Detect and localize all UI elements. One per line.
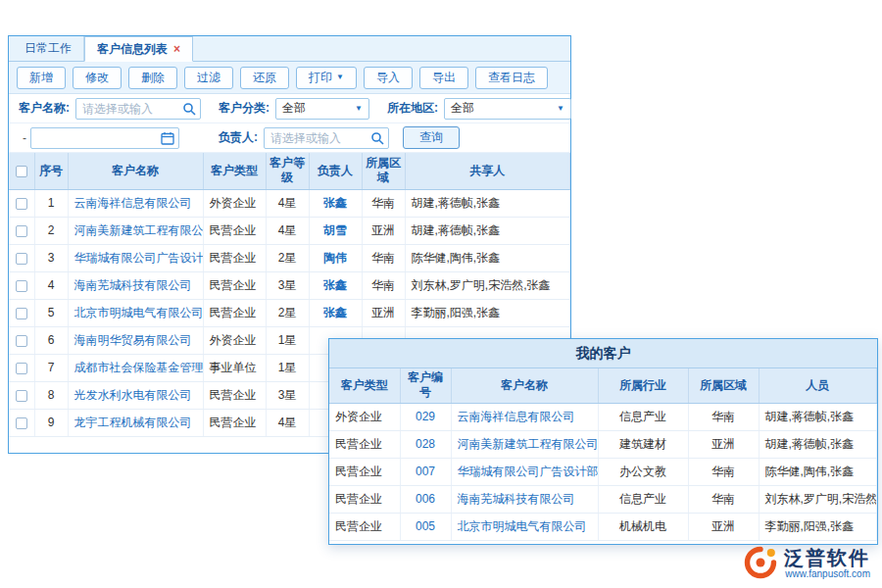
date-input[interactable] <box>31 128 178 148</box>
customer-name-link[interactable]: 海南明华贸易有限公司 <box>68 326 203 354</box>
cell-region: 华南 <box>688 403 759 430</box>
cell-owner[interactable]: 胡雪 <box>309 217 362 244</box>
customer-name-field[interactable] <box>75 98 201 120</box>
customer-name-link[interactable]: 云南海祥信息有限公司 <box>451 403 598 430</box>
customer-name-link[interactable]: 龙宇工程机械有限公司 <box>68 409 203 436</box>
导出-button[interactable]: 导出 <box>419 67 468 89</box>
cell-num: 8 <box>34 381 68 409</box>
cell-type: 民营企业 <box>203 409 266 436</box>
calendar-icon[interactable] <box>161 131 174 145</box>
table-row[interactable]: 2河南美新建筑工程有限公司民营企业4星胡雪亚洲胡建,蒋德帧,张鑫 <box>9 217 570 244</box>
过滤-button[interactable]: 过滤 <box>184 67 233 89</box>
tab-客户信息列表[interactable]: 客户信息列表× <box>84 36 193 62</box>
table-row[interactable]: 民营企业006海南芜城科技有限公司信息产业华南刘东林,罗广明,宋浩然,张鑫 <box>329 485 877 513</box>
cell-type: 民营企业 <box>329 513 400 540</box>
cell-type: 民营企业 <box>203 271 266 299</box>
customer-name-link[interactable]: 河南美新建筑工程有限公司 <box>451 430 598 458</box>
customer-name-link[interactable]: 华瑞城有限公司广告设计部 <box>451 458 598 485</box>
search-icon[interactable] <box>182 102 196 116</box>
table-row[interactable]: 4海南芜城科技有限公司民营企业3星张鑫华南刘东林,罗广明,宋浩然,张鑫 <box>9 271 570 299</box>
button-label: 还原 <box>253 70 276 86</box>
row-checkbox[interactable] <box>16 225 27 237</box>
row-checkbox[interactable] <box>16 253 27 265</box>
category-select[interactable]: 全部 ▼ <box>275 98 369 120</box>
customer-code-link[interactable]: 007 <box>400 458 451 485</box>
customer-code-link[interactable]: 028 <box>400 430 451 458</box>
cell-people: 胡建,蒋德帧,张鑫 <box>759 403 877 430</box>
customer-name-link[interactable]: 云南海祥信息有限公司 <box>68 189 203 217</box>
cell-industry: 信息产业 <box>598 485 688 513</box>
customer-code-link[interactable]: 029 <box>400 403 451 430</box>
customer-name-link[interactable]: 成都市社会保险基金管理... <box>68 354 203 381</box>
删除-button[interactable]: 删除 <box>128 67 177 89</box>
table-row[interactable]: 民营企业005北京市明城电气有限公司机械机电亚洲李勤丽,阳强,张鑫 <box>329 513 877 540</box>
row-checkbox[interactable] <box>16 280 27 292</box>
row-checkbox[interactable] <box>16 390 27 402</box>
customer-name-link[interactable]: 光发水利水电有限公司 <box>68 381 203 409</box>
导入-button[interactable]: 导入 <box>364 67 413 89</box>
cell-people: 刘东林,罗广明,宋浩然,张鑫 <box>759 485 877 513</box>
cell-type: 民营企业 <box>203 217 266 244</box>
cell-owner[interactable]: 张鑫 <box>309 299 362 326</box>
cell-owner[interactable]: 陶伟 <box>309 244 362 271</box>
customer-name-link[interactable]: 海南芜城科技有限公司 <box>68 271 203 299</box>
cell-people: 李勤丽,阳强,张鑫 <box>759 513 877 540</box>
column-header: 客户等级 <box>266 153 309 189</box>
cell-level: 3星 <box>266 381 309 409</box>
column-header: 人员 <box>759 368 877 403</box>
customer-name-link[interactable]: 海南芜城科技有限公司 <box>451 485 598 513</box>
checkbox-cell <box>9 271 34 299</box>
新增-button[interactable]: 新增 <box>17 67 66 89</box>
row-checkbox[interactable] <box>16 198 27 210</box>
cell-level: 3星 <box>266 271 309 299</box>
cell-region: 亚洲 <box>362 217 405 244</box>
customer-name-link[interactable]: 北京市明城电气有限公司 <box>451 513 598 540</box>
table-row[interactable]: 1云南海祥信息有限公司外资企业4星张鑫华南胡建,蒋德帧,张鑫 <box>9 189 570 217</box>
修改-button[interactable]: 修改 <box>73 67 122 89</box>
my-customers-table: 客户类型客户编号客户名称所属行业所属区域人员 外资企业029云南海祥信息有限公司… <box>329 368 877 541</box>
column-header: 所属区域 <box>688 368 759 403</box>
select-all-checkbox[interactable] <box>16 166 27 177</box>
cell-owner[interactable]: 张鑫 <box>309 189 362 217</box>
column-header: 共享人 <box>405 153 570 189</box>
date-range-dash: - <box>23 131 26 145</box>
cell-level: 1星 <box>266 354 309 381</box>
date-field[interactable] <box>30 127 179 149</box>
cell-region: 华南 <box>688 458 759 485</box>
table-row[interactable]: 外资企业029云南海祥信息有限公司信息产业华南胡建,蒋德帧,张鑫 <box>329 403 877 430</box>
button-label: 新增 <box>29 70 53 86</box>
close-icon[interactable]: × <box>173 43 180 55</box>
customer-name-link[interactable]: 北京市明城电气有限公司 <box>68 299 203 326</box>
cell-industry: 机械机电 <box>598 513 688 540</box>
category-value: 全部 <box>282 100 306 117</box>
row-checkbox[interactable] <box>16 363 27 374</box>
还原-button[interactable]: 还原 <box>240 67 289 89</box>
table-row[interactable]: 民营企业028河南美新建筑工程有限公司建筑建材亚洲胡建,蒋德帧,张鑫 <box>329 430 877 458</box>
customer-name-link[interactable]: 河南美新建筑工程有限公司 <box>68 217 203 244</box>
cell-num: 2 <box>34 217 68 244</box>
owner-field[interactable] <box>264 127 389 149</box>
table-row[interactable]: 5北京市明城电气有限公司民营企业2星张鑫亚洲李勤丽,阳强,张鑫 <box>9 299 570 326</box>
customer-name-link[interactable]: 华瑞城有限公司广告设计部 <box>68 244 203 271</box>
region-select[interactable]: 全部 ▼ <box>444 98 571 120</box>
cell-num: 7 <box>34 354 68 381</box>
chevron-down-icon: ▼ <box>557 105 564 113</box>
cell-owner[interactable]: 张鑫 <box>309 271 362 299</box>
customer-code-link[interactable]: 005 <box>400 513 451 540</box>
row-checkbox[interactable] <box>16 308 27 319</box>
打印-button[interactable]: 打印▼ <box>296 67 357 89</box>
cell-region: 亚洲 <box>362 299 405 326</box>
table-row[interactable]: 3华瑞城有限公司广告设计部民营企业2星陶伟华南陈华健,陶伟,张鑫 <box>9 244 570 271</box>
cell-num: 1 <box>34 189 68 217</box>
customer-code-link[interactable]: 006 <box>400 485 451 513</box>
query-button[interactable]: 查询 <box>403 126 460 149</box>
row-checkbox[interactable] <box>16 335 27 347</box>
查看日志-button[interactable]: 查看日志 <box>475 67 548 89</box>
search-icon[interactable] <box>370 131 384 145</box>
button-label: 打印 <box>309 70 332 86</box>
table-row[interactable]: 民营企业007华瑞城有限公司广告设计部办公文教华南陈华健,陶伟,张鑫 <box>329 458 877 485</box>
cell-industry: 信息产业 <box>598 403 688 430</box>
row-checkbox[interactable] <box>16 417 27 429</box>
tab-日常工作[interactable]: 日常工作 <box>13 36 84 61</box>
cell-region: 华南 <box>362 189 405 217</box>
